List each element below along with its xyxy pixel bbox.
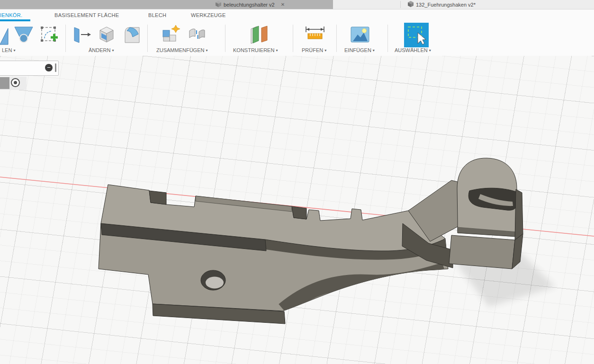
browser-tree-row[interactable] (0, 77, 27, 90)
viewport-canvas[interactable]: − (0, 56, 594, 364)
model-part[interactable] (99, 158, 523, 324)
model-hole-floor (206, 277, 224, 289)
model-box-front (449, 235, 515, 269)
model-notch-wall (149, 191, 166, 204)
fusion360-window: beleuchtungshalter v2 ✕ 132_Fuehrungshak… (0, 0, 594, 364)
model-3d-view[interactable] (0, 0, 594, 364)
model-notch-wall (292, 206, 306, 219)
activate-radio-icon[interactable] (11, 78, 20, 87)
model-right-fin (515, 189, 523, 240)
browser-grip-handle[interactable] (55, 63, 56, 72)
browser-header[interactable]: − (0, 61, 59, 76)
browser-folder-icon (0, 77, 9, 89)
collapse-icon[interactable]: − (45, 64, 53, 71)
